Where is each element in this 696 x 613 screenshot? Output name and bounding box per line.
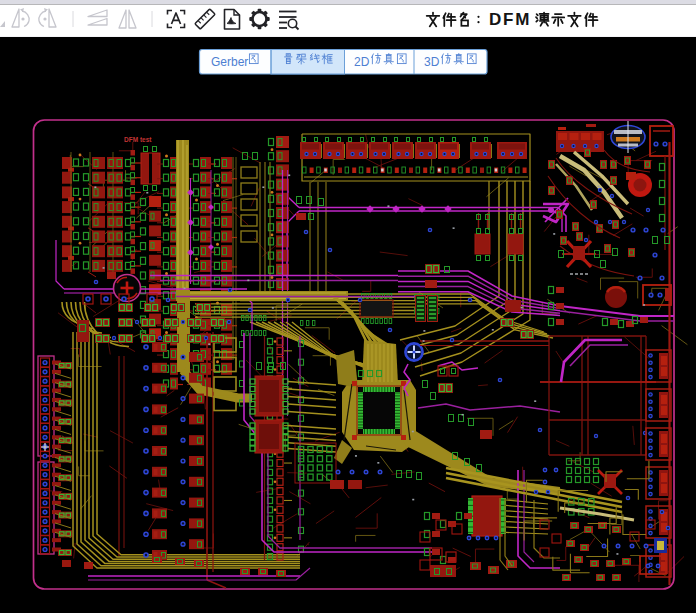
svg-text:DFM: DFM — [489, 10, 531, 29]
svg-text:3D: 3D — [424, 55, 440, 69]
svg-text:DFM test: DFM test — [124, 136, 152, 143]
svg-text:Gerber: Gerber — [211, 55, 248, 69]
svg-text:2D: 2D — [354, 55, 370, 69]
